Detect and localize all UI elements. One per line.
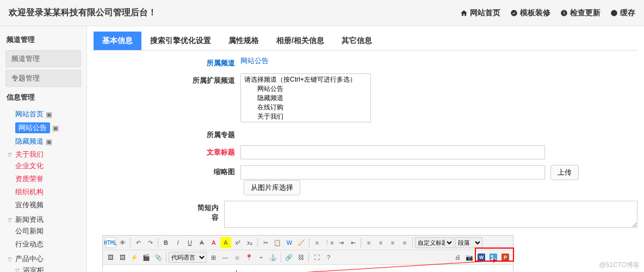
remove-format-icon[interactable]: 🧹 <box>296 237 307 248</box>
tree-bathroom[interactable]: 浴室柜 <box>23 265 44 272</box>
watermark: @51CTO博客 <box>599 261 640 270</box>
tab-basic[interactable]: 基本信息 <box>94 32 141 50</box>
link-icon[interactable]: 🔗 <box>283 252 294 263</box>
tab-attr[interactable]: 属性规格 <box>220 32 268 50</box>
btn-gallery[interactable]: 从图片库选择 <box>244 180 300 195</box>
value-channel[interactable]: 网站公告 <box>240 57 269 65</box>
label-topic: 所属专题 <box>191 128 240 140</box>
tree-toggle-about[interactable]: ▽ <box>8 152 13 158</box>
tree-toggle-products[interactable]: ▽ <box>8 256 13 262</box>
header-home-link[interactable]: 网站首页 <box>460 8 500 18</box>
copy-icon[interactable]: 📋 <box>272 237 283 248</box>
image-import-icon[interactable] <box>488 252 499 263</box>
header-links: 网站首页 模板装修 检查更新 缓存 <box>460 8 635 18</box>
pagebreak-icon[interactable]: ÷ <box>256 252 267 263</box>
paragraph-select[interactable]: 段落 <box>455 237 482 248</box>
tree-hidden[interactable]: 隐藏频道 <box>15 137 44 146</box>
media-icon[interactable]: 🎬 <box>141 252 152 263</box>
tab-gallery[interactable]: 相册/相关信息 <box>268 32 333 50</box>
tree-honor[interactable]: 资质荣誉 <box>15 175 44 183</box>
unordered-list-icon[interactable]: ⋮≡ <box>324 237 335 248</box>
sidebar-tree: 网站首页▣ 网站公告▣ 隐藏频道▣ ▽关于我们 企业文化 资质荣誉 组织机构 宣… <box>0 108 86 272</box>
tree-industry-news[interactable]: 行业动态 <box>15 240 44 248</box>
header-cache-link[interactable]: 缓存 <box>610 8 635 18</box>
tree-toggle-news[interactable]: ▽ <box>8 217 13 223</box>
update-icon <box>560 9 568 17</box>
tree-news[interactable]: 新闻资讯 <box>15 215 44 225</box>
label-brief: 简短内容 <box>191 201 224 222</box>
label-channel: 所属频道 <box>191 56 240 68</box>
camera-icon[interactable]: 📷 <box>464 252 475 263</box>
html-source-icon[interactable]: HTML <box>105 237 116 248</box>
ordered-list-icon[interactable]: ≡ <box>312 237 323 248</box>
textarea-brief[interactable] <box>224 201 637 228</box>
word-import-icon[interactable]: W <box>476 252 487 263</box>
editor-content[interactable]: WordPaster for YouDianCMS 9.4.0 <box>103 265 513 272</box>
template-icon <box>510 9 518 17</box>
sidebar-topic-btn[interactable]: 专题管理 <box>5 70 81 87</box>
about-icon[interactable]: ? <box>323 252 334 263</box>
tab-seo[interactable]: 搜索引擎优化设置 <box>141 32 220 50</box>
format-select[interactable]: 自定义标题 <box>415 237 454 248</box>
tree-toggle-bathroom[interactable]: ▽ <box>15 268 21 273</box>
flash-icon[interactable]: ⚡ <box>129 252 140 263</box>
rich-editor: HTML 👁 ↶ ↷ B I U A A A x² x₂ ✂ 📋 W 🧹 <box>102 235 513 272</box>
underline-icon[interactable]: U <box>184 237 195 248</box>
label-thumb: 缩略图 <box>191 165 240 177</box>
code-lang-select[interactable]: 代码语言 <box>169 252 207 263</box>
multiimage-icon[interactable]: 🖼 <box>117 252 128 263</box>
tree-home[interactable]: 网站首页 <box>15 109 44 119</box>
align-left-icon[interactable]: ≡ <box>363 237 374 248</box>
sup-icon[interactable]: x² <box>232 237 243 248</box>
hr-icon[interactable]: — <box>220 252 231 263</box>
select-ext-channel[interactable]: 请选择频道（按Ctrl+左键可进行多选） 网站公告 隐藏频道 在线订购 关于我们… <box>240 73 371 122</box>
sidebar-channel-btn[interactable]: 频道管理 <box>5 50 81 67</box>
editor-toolbar-row2: 🖼 🖼 ⚡ 🎬 📎 代码语言 ⊞ — ☺ 📍 ÷ ⚓ 🔗 ⛓ ⛶ ? <box>103 250 513 265</box>
tree-culture[interactable]: 企业文化 <box>15 162 44 170</box>
align-right-icon[interactable]: ≡ <box>387 237 398 248</box>
unlink-icon[interactable]: ⛓ <box>295 252 306 263</box>
image-icon[interactable]: 🖼 <box>105 252 116 263</box>
fullscreen-icon[interactable]: ⛶ <box>311 252 322 263</box>
preview-icon[interactable]: 👁 <box>117 237 128 248</box>
svg-point-0 <box>511 10 517 16</box>
align-justify-icon[interactable]: ≡ <box>399 237 410 248</box>
indent-icon[interactable]: ⇥ <box>336 237 346 248</box>
header-update-link[interactable]: 检查更新 <box>560 8 600 18</box>
tree-video[interactable]: 宣传视频 <box>15 201 44 209</box>
sidebar-info-title: 信息管理 <box>0 89 86 106</box>
svg-point-6 <box>491 255 493 257</box>
tab-other[interactable]: 其它信息 <box>333 32 381 50</box>
anchor-icon[interactable]: ⚓ <box>268 252 278 263</box>
sidebar: 频道管理 频道管理 专题管理 信息管理 网站首页▣ 网站公告▣ 隐藏频道▣ ▽关… <box>0 26 87 272</box>
input-title[interactable] <box>240 145 545 159</box>
table-icon[interactable]: ⊞ <box>208 252 219 263</box>
bg-color-icon[interactable]: A <box>220 237 231 248</box>
file-icon[interactable]: 📎 <box>153 252 164 263</box>
svg-text:W: W <box>479 255 484 260</box>
btn-upload[interactable]: 上传 <box>550 165 579 180</box>
cut-icon[interactable]: ✂ <box>260 237 271 248</box>
tree-company-news[interactable]: 公司新闻 <box>15 227 44 235</box>
bold-icon[interactable]: B <box>160 237 171 248</box>
strike-icon[interactable]: A <box>196 237 207 248</box>
sub-icon[interactable]: x₂ <box>244 237 255 248</box>
italic-icon[interactable]: I <box>172 237 183 248</box>
header-template-link[interactable]: 模板装修 <box>510 8 550 18</box>
input-thumb[interactable] <box>240 165 545 180</box>
font-color-icon[interactable]: A <box>208 237 219 248</box>
undo-icon[interactable]: ↶ <box>133 237 144 248</box>
redo-icon[interactable]: ↷ <box>145 237 156 248</box>
tree-about[interactable]: 关于我们 <box>15 150 44 159</box>
tree-org[interactable]: 组织机构 <box>15 188 44 196</box>
map-icon[interactable]: 📍 <box>244 252 255 263</box>
emoji-icon[interactable]: ☺ <box>232 252 243 263</box>
tree-products[interactable]: 产品中心 <box>15 254 44 264</box>
outdent-icon[interactable]: ⇤ <box>348 237 358 248</box>
paste-word-icon[interactable]: W <box>284 237 295 248</box>
tree-announcement[interactable]: 网站公告 <box>15 122 50 133</box>
sidebar-channel-title: 频道管理 <box>0 32 86 48</box>
print-icon[interactable]: 🖨 <box>452 252 463 263</box>
align-center-icon[interactable]: ≡ <box>375 237 386 248</box>
ppt-import-icon[interactable]: P <box>500 252 511 263</box>
